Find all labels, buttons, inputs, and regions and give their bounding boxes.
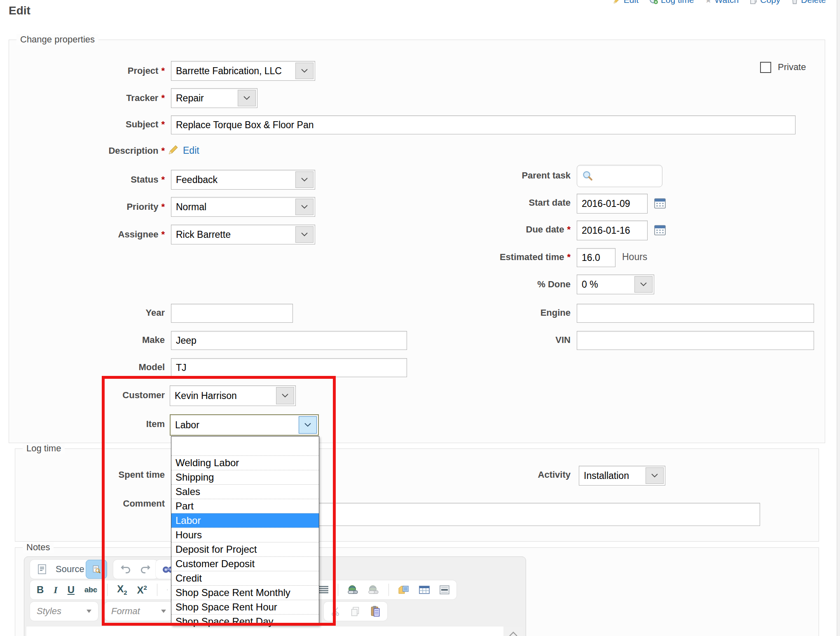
- toolbar-group-format: B I U abc X2 X2: [30, 580, 174, 599]
- styles-dropdown[interactable]: Styles: [30, 602, 98, 621]
- table-icon[interactable]: [419, 585, 430, 595]
- image-icon[interactable]: [398, 585, 409, 595]
- item-option[interactable]: Credit: [171, 571, 319, 585]
- priority-label: Priority: [126, 202, 158, 212]
- parent-task-input[interactable]: [577, 165, 662, 187]
- priority-select[interactable]: Normal: [171, 197, 315, 217]
- start-date-input[interactable]: 2016-01-09: [577, 194, 648, 214]
- project-select[interactable]: Barrette Fabrication, LLC: [171, 61, 315, 81]
- unlink-icon[interactable]: [368, 585, 379, 595]
- item-option[interactable]: Shop Space Rent Day: [171, 614, 319, 629]
- item-option[interactable]: Deposit for Project: [171, 542, 319, 556]
- private-label: Private: [778, 62, 806, 73]
- format-dropdown[interactable]: Format: [105, 602, 173, 621]
- source-button[interactable]: Source: [56, 564, 84, 575]
- log-time-legend: Log time: [23, 443, 65, 454]
- notes-legend: Notes: [23, 542, 54, 553]
- item-option[interactable]: Labor: [171, 513, 319, 528]
- horizontal-rule-icon[interactable]: [439, 585, 450, 595]
- pencil-icon: [168, 144, 179, 155]
- preview-icon: [92, 564, 101, 575]
- scroll-up-icon[interactable]: [508, 630, 519, 636]
- year-label: Year: [146, 307, 165, 318]
- calendar-icon[interactable]: [654, 198, 666, 209]
- private-checkbox[interactable]: [760, 62, 771, 73]
- redo-icon[interactable]: [140, 564, 151, 574]
- item-select-dropdown: Welding LaborShippingSalesPartLaborHours…: [171, 436, 319, 626]
- activity-label: Activity: [538, 469, 571, 480]
- engine-input[interactable]: [577, 304, 814, 323]
- star-icon: ★: [705, 0, 712, 4]
- page-title: Edit: [9, 4, 30, 17]
- justify-icon[interactable]: [318, 585, 329, 594]
- chevron-down-icon: [634, 276, 653, 293]
- numbered-list-icon[interactable]: [167, 585, 168, 594]
- percent-done-select[interactable]: 0 %: [577, 275, 654, 294]
- chevron-down-icon: [295, 171, 314, 188]
- item-option[interactable]: Part: [171, 499, 319, 513]
- copy-icon[interactable]: [350, 606, 360, 617]
- item-option[interactable]: Shop Space Rent Monthly: [171, 585, 319, 600]
- subscript-icon[interactable]: X2: [117, 584, 127, 596]
- editor-scrollbar[interactable]: [503, 627, 523, 636]
- preview-button[interactable]: [86, 560, 107, 579]
- link-icon[interactable]: [347, 585, 359, 595]
- toolbar-group-undo: [113, 560, 158, 579]
- contextual-action-bar: Edit Log time ★ Watch Copy Delete: [613, 0, 826, 5]
- tracker-label: Tracker: [126, 93, 158, 103]
- assignee-select[interactable]: Rick Barrette: [171, 225, 315, 244]
- make-input[interactable]: Jeep: [171, 331, 407, 350]
- undo-icon[interactable]: [120, 564, 131, 574]
- due-date-input[interactable]: 2016-01-16: [577, 221, 648, 240]
- edit-action-link[interactable]: Edit: [613, 0, 639, 5]
- chevron-down-icon: [161, 610, 166, 613]
- model-label: Model: [138, 362, 165, 372]
- item-option[interactable]: Welding Labor: [171, 455, 319, 470]
- activity-select[interactable]: Installation: [579, 466, 665, 486]
- tracker-select[interactable]: Repair: [171, 88, 257, 108]
- year-input[interactable]: [171, 304, 293, 323]
- customer-select[interactable]: Kevin Harrison: [170, 385, 296, 406]
- trash-icon: [791, 0, 798, 4]
- chevron-down-icon: [646, 467, 664, 484]
- cut-icon[interactable]: [330, 606, 340, 616]
- item-option[interactable]: Hours: [171, 528, 319, 542]
- calendar-icon[interactable]: [654, 225, 666, 235]
- model-input[interactable]: TJ: [171, 358, 407, 377]
- item-option[interactable]: Sales: [171, 484, 319, 499]
- toolbar-group-source: Source: [30, 560, 91, 579]
- vin-input[interactable]: [577, 331, 814, 350]
- underline-icon[interactable]: U: [68, 585, 75, 595]
- superscript-icon[interactable]: X2: [137, 584, 147, 595]
- percent-done-label: % Done: [537, 279, 571, 289]
- bold-icon[interactable]: B: [37, 585, 44, 595]
- item-option[interactable]: Shop Space Rent Hour: [171, 600, 319, 614]
- estimated-time-input[interactable]: 16.0: [577, 248, 615, 267]
- strikethrough-icon[interactable]: abc: [84, 586, 97, 594]
- chevron-down-icon: [238, 90, 256, 106]
- log-time-action-link[interactable]: Log time: [649, 0, 694, 5]
- item-option[interactable]: Shipping: [171, 470, 319, 484]
- page-scrollbar[interactable]: [837, 0, 840, 636]
- paste-icon[interactable]: [370, 605, 381, 617]
- start-date-label: Start date: [529, 197, 571, 208]
- copy-action-link[interactable]: Copy: [749, 0, 780, 5]
- item-label: Item: [146, 419, 165, 429]
- search-icon: [582, 170, 593, 182]
- description-edit-link[interactable]: Edit: [183, 145, 199, 156]
- item-option[interactable]: [171, 437, 319, 455]
- assignee-label: Assignee: [118, 229, 159, 239]
- item-option[interactable]: Customer Deposit: [171, 556, 319, 571]
- status-select[interactable]: Feedback: [171, 170, 315, 190]
- estimated-time-label: Estimated time: [500, 252, 564, 262]
- due-date-label: Due date: [526, 224, 564, 235]
- watch-action-link[interactable]: ★ Watch: [705, 0, 739, 5]
- item-select[interactable]: Labor: [170, 414, 319, 436]
- delete-action-link[interactable]: Delete: [791, 0, 826, 5]
- change-properties-legend: Change properties: [16, 34, 98, 45]
- italic-icon[interactable]: I: [54, 585, 57, 595]
- spent-time-label: Spent time: [119, 469, 165, 480]
- copy-icon: [749, 0, 758, 4]
- chevron-down-icon: [295, 226, 314, 243]
- subject-input[interactable]: Replace Torque Box & Floor Pan: [171, 115, 796, 134]
